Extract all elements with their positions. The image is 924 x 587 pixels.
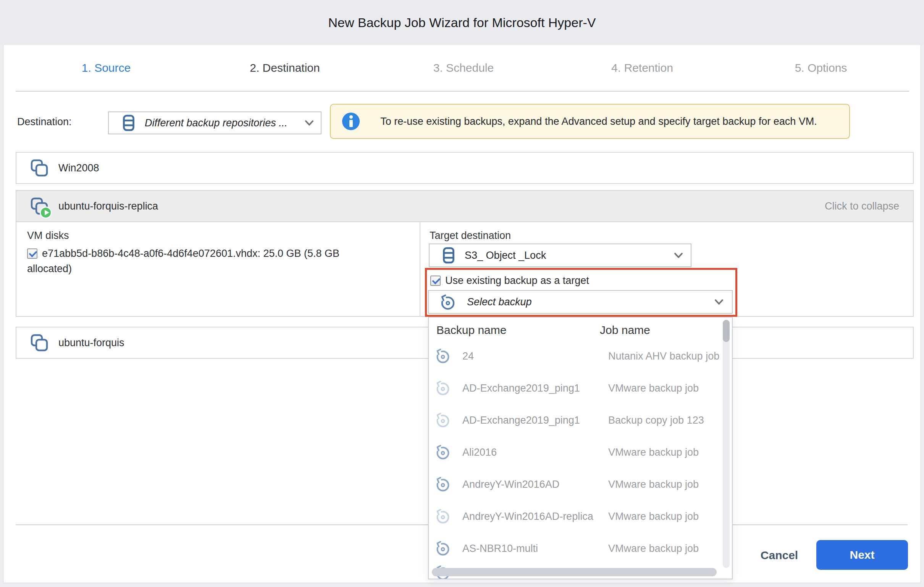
destination-label: Destination: (17, 116, 72, 128)
disk-checkbox[interactable] (27, 249, 38, 259)
job-name: Nutanix AHV backup job (608, 350, 719, 362)
next-button[interactable]: Next (816, 540, 908, 570)
use-existing-backup-row: Use existing backup as a target (430, 274, 589, 287)
steps-divider (16, 91, 909, 92)
horizontal-scrollbar[interactable] (432, 568, 717, 576)
destination-selected-value: Different backup repositories ... (145, 117, 305, 129)
tab-retention[interactable]: 4. Retention (553, 45, 731, 91)
job-name: VMware backup job (608, 383, 699, 394)
job-name: VMware backup job (608, 447, 699, 458)
use-existing-checkbox[interactable] (430, 275, 441, 286)
vm-row-win2008[interactable]: Win2008 (16, 152, 914, 184)
job-name: Backup copy job 123 (608, 414, 704, 426)
info-banner: To re-use existing backups, expand the A… (330, 104, 850, 139)
target-selected-value: S3_ Object _Lock (465, 250, 674, 261)
target-destination-heading: Target destination (429, 230, 511, 242)
restore-point-icon (434, 411, 451, 428)
vm-running-icon (30, 197, 48, 215)
vm-icon (30, 159, 48, 177)
wizard-card: 1. Source 2. Destination 3. Schedule 4. … (3, 45, 921, 583)
backup-name: 24 (462, 350, 474, 362)
running-badge-icon (40, 206, 52, 219)
backup-dropdown-panel: Backup name Job name 24 Nutanix AHV back… (428, 317, 733, 579)
page-title: New Backup Job Wizard for Microsoft Hype… (0, 0, 924, 45)
cancel-button[interactable]: Cancel (749, 549, 810, 562)
vertical-scrollbar[interactable] (723, 320, 730, 568)
repository-stack-icon (442, 247, 455, 264)
vertical-scrollbar-thumb[interactable] (723, 320, 730, 342)
wizard-titlebar: New Backup Job Wizard for Microsoft Hype… (0, 0, 924, 45)
vm-name: ubuntu-forquis-replica (58, 200, 825, 212)
destination-select[interactable]: Different backup repositories ... (108, 111, 322, 134)
backup-list-item[interactable]: 24 Nutanix AHV backup job (429, 340, 732, 372)
backup-list-item[interactable]: AS-NBR10-multi VMware backup job (429, 532, 732, 564)
backup-name: AD-Exchange2019_ping1 (462, 414, 580, 426)
column-header-backup-name: Backup name (436, 324, 506, 336)
backup-name: AD-Exchange2019_ping1 (462, 383, 580, 394)
chevron-down-icon (674, 253, 683, 258)
target-destination-select[interactable]: S3_ Object _Lock (429, 244, 691, 267)
backup-name: AndreyY-Win2016AD-replica (462, 511, 593, 523)
tab-options[interactable]: 5. Options (731, 45, 910, 91)
restore-point-icon (434, 508, 451, 524)
backup-list-item[interactable]: AD-Exchange2019_ping1 VMware backup job (429, 372, 732, 404)
backup-list-item[interactable]: AndreyY-Win2016AD VMware backup job (429, 468, 732, 500)
backup-name: AndreyY-Win2016AD (462, 478, 559, 490)
restore-point-icon (434, 540, 451, 556)
vm-disks-heading: VM disks (27, 230, 69, 242)
vm-icon (30, 333, 48, 352)
vm-disk-item: e71abb5d-b86b-4c48-a0f6-4d6f4e072601.vhd… (27, 246, 344, 276)
restore-point-icon (434, 476, 451, 492)
tab-source[interactable]: 1. Source (17, 45, 195, 91)
wizard-steps: 1. Source 2. Destination 3. Schedule 4. … (17, 45, 910, 91)
select-backup-placeholder: Select backup (467, 296, 714, 308)
restore-point-icon (439, 293, 456, 311)
restore-point-icon (434, 379, 451, 396)
repository-stack-icon (122, 114, 135, 131)
job-name: VMware backup job (608, 543, 699, 554)
tab-destination[interactable]: 2. Destination (195, 45, 374, 91)
backup-list: 24 Nutanix AHV backup job AD-Exchange201… (429, 340, 732, 564)
backup-list-item[interactable]: Ali2016 VMware backup job (429, 436, 732, 468)
vm-row-ubuntu-forquis-replica[interactable]: ubuntu-forquis-replica Click to collapse (16, 190, 914, 222)
vm-name: Win2008 (58, 162, 899, 174)
details-divider (420, 222, 421, 316)
tab-schedule[interactable]: 3. Schedule (374, 45, 553, 91)
info-banner-text: To re-use existing backups, expand the A… (360, 115, 838, 127)
collapse-hint[interactable]: Click to collapse (825, 200, 899, 212)
use-existing-label: Use existing backup as a target (445, 275, 589, 287)
restore-point-icon (434, 347, 451, 364)
backup-list-item[interactable]: AD-Exchange2019_ping1 Backup copy job 12… (429, 404, 732, 436)
backup-list-item[interactable]: AndreyY-Win2016AD-replica VMware backup … (429, 500, 732, 532)
chevron-down-icon (714, 299, 724, 305)
job-name: VMware backup job (608, 478, 699, 490)
column-header-job-name: Job name (600, 324, 650, 336)
restore-point-icon (434, 444, 451, 460)
chevron-down-icon (305, 120, 314, 126)
select-backup-dropdown[interactable]: Select backup (428, 290, 733, 314)
backup-name: Ali2016 (462, 447, 497, 458)
disk-label: e71abb5d-b86b-4c48-a0f6-4d6f4e072601.vhd… (27, 248, 340, 274)
job-name: VMware backup job (608, 511, 699, 523)
backup-name: AS-NBR10-multi (462, 543, 538, 554)
info-icon (342, 112, 360, 130)
